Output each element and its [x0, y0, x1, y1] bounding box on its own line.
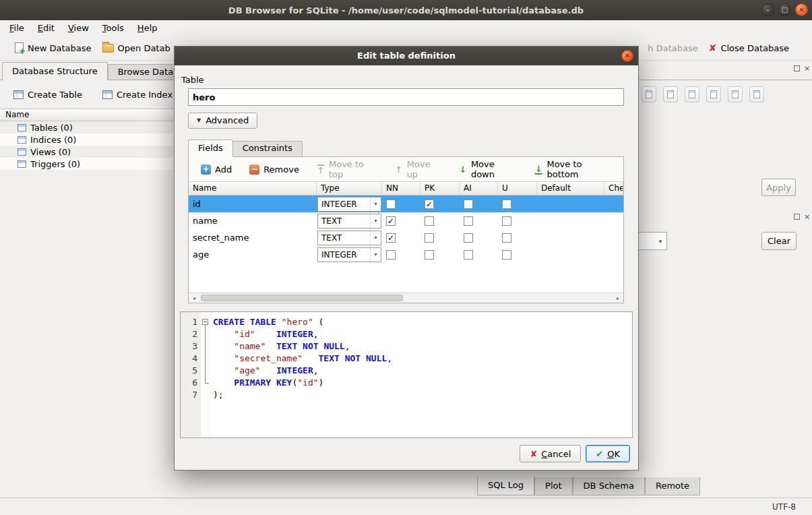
u-checkbox[interactable] — [502, 233, 511, 243]
tab-fields[interactable]: Fields — [188, 140, 233, 157]
check-cell[interactable] — [604, 229, 623, 246]
default-cell[interactable] — [537, 195, 604, 212]
document-icon[interactable] — [685, 86, 699, 102]
check-cell[interactable] — [604, 246, 623, 263]
new-database-label: New Database — [28, 43, 92, 53]
dock-tab-db-schema[interactable]: DB Schema — [573, 477, 645, 495]
maximize-icon[interactable]: □ — [778, 3, 791, 16]
document-icon[interactable] — [663, 86, 678, 102]
pk-checkbox[interactable]: ✓ — [425, 200, 434, 209]
type-combobox[interactable]: TEXT▾ — [317, 231, 381, 245]
column-header-pk[interactable]: PK — [420, 182, 460, 195]
dialog-tabbar: FieldsConstraints — [188, 140, 638, 156]
scrollbar-thumb[interactable] — [201, 295, 403, 301]
u-checkbox[interactable] — [502, 250, 511, 260]
action-label: Remove — [263, 164, 299, 175]
default-cell[interactable] — [537, 212, 604, 229]
move-to-bottom-button[interactable]: ↓Move to bottom — [529, 157, 617, 181]
ai-checkbox[interactable] — [464, 200, 473, 209]
field-name-cell[interactable]: id — [189, 195, 317, 212]
sql-preview[interactable]: 1234567 − CREATE TABLE "hero" ( "id" INT… — [180, 311, 633, 438]
tab-constraints[interactable]: Constraints — [233, 141, 303, 157]
dock-tab-remote[interactable]: Remote — [645, 477, 700, 495]
tab-database-structure[interactable]: Database Structure — [2, 62, 108, 80]
document-icon[interactable] — [642, 86, 656, 102]
menu-view[interactable]: View — [61, 21, 96, 35]
nn-checkbox[interactable]: ✓ — [386, 233, 396, 243]
clear-button[interactable]: Clear — [761, 232, 797, 250]
close-dock-icon[interactable]: × — [804, 214, 810, 220]
field-row-id[interactable]: idINTEGER▾✓ — [189, 195, 623, 212]
type-combobox[interactable]: INTEGER▾ — [317, 197, 381, 212]
column-header-type[interactable]: Type — [317, 182, 382, 195]
table-name-input[interactable] — [188, 88, 624, 106]
float-dock-icon[interactable] — [794, 214, 800, 220]
scroll-right-icon[interactable]: ▸ — [613, 293, 623, 303]
dock-tab-plot[interactable]: Plot — [534, 477, 573, 495]
close-window-icon[interactable]: ✕ — [795, 3, 808, 16]
close-database-button[interactable]: ✘ Close Database — [704, 40, 794, 56]
column-header-name[interactable]: Name — [189, 182, 317, 195]
new-database-button[interactable]: New Database — [9, 40, 97, 56]
dock-tab-sql-log[interactable]: SQL Log — [477, 477, 534, 495]
column-header-default[interactable]: Default — [537, 182, 604, 195]
ai-checkbox[interactable] — [464, 250, 473, 260]
field-row-name[interactable]: nameTEXT▾✓ — [189, 212, 623, 229]
pk-checkbox[interactable] — [425, 233, 434, 243]
check-cell[interactable] — [604, 212, 623, 229]
type-combobox[interactable]: INTEGER▾ — [317, 247, 381, 262]
pk-checkbox[interactable] — [425, 216, 434, 226]
close-dock-icon[interactable]: × — [804, 65, 810, 71]
column-header-u[interactable]: U — [498, 182, 537, 195]
table-icon[interactable] — [749, 86, 764, 102]
nn-checkbox[interactable] — [386, 250, 396, 260]
u-checkbox[interactable] — [502, 200, 511, 209]
field-name-cell[interactable]: secret_name — [189, 229, 317, 246]
table-icon[interactable] — [728, 86, 743, 102]
field-name-cell[interactable]: age — [189, 246, 317, 263]
ai-checkbox[interactable] — [464, 216, 473, 226]
field-row-age[interactable]: ageINTEGER▾ — [189, 246, 623, 263]
create-table-button[interactable]: Create Table — [9, 88, 86, 102]
float-dock-icon[interactable] — [794, 65, 800, 71]
scroll-left-icon[interactable]: ◂ — [189, 293, 199, 303]
fold-marker-icon[interactable]: − — [202, 319, 208, 325]
default-cell[interactable] — [537, 229, 604, 246]
default-cell[interactable] — [537, 246, 604, 263]
horizontal-scrollbar[interactable]: ◂ ▸ — [189, 293, 623, 303]
chevron-down-icon: ▾ — [370, 231, 381, 245]
close-dialog-icon[interactable]: ✕ — [621, 50, 633, 62]
move-down-button[interactable]: ↓Move down — [454, 157, 523, 181]
field-row-secret-name[interactable]: secret_nameTEXT▾✓ — [189, 229, 623, 246]
tab-browse-data[interactable]: Browse Data — [108, 64, 184, 80]
field-name-cell[interactable]: name — [189, 212, 317, 229]
create-index-button[interactable]: Create Index — [98, 88, 177, 102]
column-header-nn[interactable]: NN — [382, 182, 420, 195]
ok-button[interactable]: ✔ OK — [586, 445, 630, 462]
menu-help[interactable]: Help — [131, 21, 164, 35]
minimize-icon[interactable]: – — [761, 3, 774, 16]
scrollbar-track[interactable] — [199, 293, 613, 303]
nn-checkbox[interactable] — [386, 200, 396, 209]
cancel-button[interactable]: ✘ Cancel — [520, 445, 581, 462]
column-header-che[interactable]: Che — [604, 182, 623, 195]
menu-tools[interactable]: Tools — [96, 21, 131, 35]
advanced-toggle-button[interactable]: ▼ Advanced — [188, 113, 257, 129]
code-line: "secret_name" TEXT NOT NULL, — [213, 353, 392, 365]
u-checkbox[interactable] — [502, 216, 511, 226]
nn-checkbox[interactable]: ✓ — [386, 216, 396, 226]
add-button[interactable]: +Add — [195, 162, 237, 177]
type-combobox[interactable]: TEXT▾ — [317, 214, 381, 229]
column-header-ai[interactable]: AI — [460, 182, 498, 195]
menu-file[interactable]: File — [3, 21, 31, 35]
checkbox-cell-pk — [420, 246, 460, 263]
open-database-button[interactable]: Open Datab — [97, 40, 176, 56]
menu-edit[interactable]: Edit — [31, 21, 61, 35]
pk-checkbox[interactable] — [425, 250, 434, 260]
table-icon[interactable] — [706, 86, 721, 102]
remove-button[interactable]: −Remove — [244, 162, 305, 177]
filter-combobox[interactable]: ▾ — [639, 232, 667, 250]
check-cell[interactable] — [604, 195, 623, 212]
ai-checkbox[interactable] — [464, 233, 473, 243]
encoding-indicator[interactable]: UTF-8 — [772, 502, 796, 512]
